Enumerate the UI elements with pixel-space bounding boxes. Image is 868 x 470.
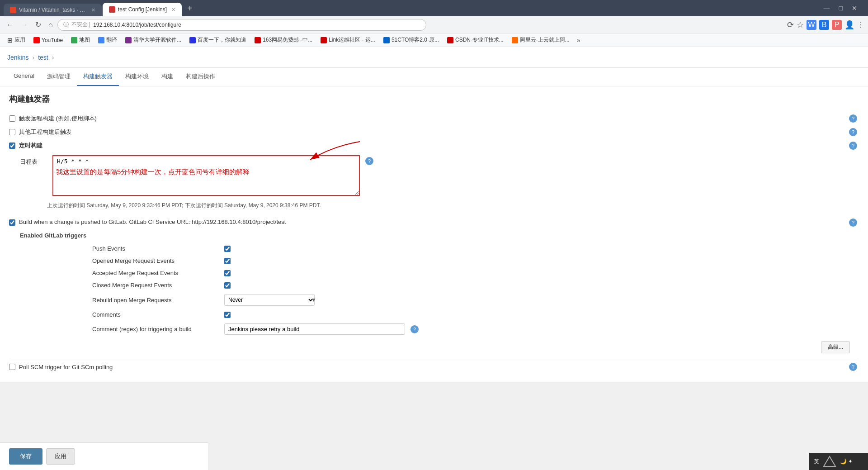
gitscm-row: Poll SCM trigger for Git SCm polling ? <box>9 359 859 375</box>
svg-marker-1 <box>824 456 835 466</box>
opened-mr-checkbox[interactable] <box>224 258 231 264</box>
triggers-section: 构建触发器 触发远程构建 (例如,使用脚本) ? 其他工程构建后触发 ? 定时构… <box>0 86 868 382</box>
gitlab-favicon <box>10 7 16 13</box>
extension2-icon[interactable]: B <box>819 20 829 30</box>
rebuild-mr-select[interactable]: Never Always On acceptance <box>224 294 315 306</box>
translate-icon[interactable]: ⟳ <box>787 20 794 30</box>
bookmark-163[interactable]: 163网易免费邮--中... <box>251 35 316 45</box>
annotation-arrow <box>297 137 387 173</box>
tab-source[interactable]: 源码管理 <box>41 68 77 86</box>
bookmark-apps[interactable]: ⊞ 应用 <box>4 35 29 45</box>
enabled-triggers-label: Enabled GitLab triggers <box>20 232 92 239</box>
extensions-icon[interactable]: W <box>807 20 816 30</box>
menu-icon[interactable]: ⋮ <box>857 20 864 29</box>
extension3-icon[interactable]: P <box>832 20 842 30</box>
jenkins-nav: Jenkins › test › <box>0 47 868 68</box>
jenkins-tab-label: test Config [Jenkins] <box>118 6 167 13</box>
comments-row: Comments <box>92 309 859 321</box>
browser-actions: ⟳ ☆ W B P 👤 ⋮ <box>787 20 864 30</box>
tab-triggers[interactable]: 构建触发器 <box>77 68 119 86</box>
push-events-row: Push Events <box>92 242 859 255</box>
new-tab-button[interactable]: + <box>183 4 197 13</box>
breadcrumb: Jenkins › test › <box>7 54 54 61</box>
close-tab-gitlab[interactable]: ✕ <box>91 7 95 13</box>
schedule-label: 日程表 <box>20 158 47 166</box>
bookmark-aliyun[interactable]: 阿里云-上云就上阿... <box>508 35 573 45</box>
bookmark-tsinghua[interactable]: 清华大学开源软件... <box>122 35 185 45</box>
closed-mr-checkbox[interactable] <box>224 282 231 289</box>
push-events-checkbox[interactable] <box>224 246 231 252</box>
comment-regex-label: Comment (regex) for triggering a build <box>92 326 219 332</box>
forward-button[interactable]: → <box>18 19 31 30</box>
breadcrumb-jenkins[interactable]: Jenkins <box>7 54 28 61</box>
rebuild-mr-row: Rebuild open Merge Requests Never Always… <box>92 291 859 309</box>
accepted-mr-row: Accepted Merge Request Events <box>92 267 859 279</box>
maximize-button[interactable]: □ <box>835 4 846 13</box>
bookmark-link[interactable]: Link运维社区 - 运... <box>317 35 379 45</box>
bookmark-51cto[interactable]: 51CTO博客2.0-原... <box>380 35 443 45</box>
accepted-mr-checkbox[interactable] <box>224 270 231 276</box>
bookmark-baidu[interactable]: 百度一下，你就知道 <box>186 35 250 45</box>
tab-env[interactable]: 构建环境 <box>119 68 155 86</box>
main-content: General 源码管理 构建触发器 构建环境 构建 构建后操作 构建触发器 触… <box>0 68 868 382</box>
close-button[interactable]: ✕ <box>848 4 861 13</box>
comments-checkbox[interactable] <box>224 312 231 318</box>
address-security: 不安全 | <box>71 21 90 28</box>
opened-mr-label: Opened Merge Request Events <box>92 257 219 264</box>
gitscm-help[interactable]: ? <box>849 363 857 371</box>
scheduled-help[interactable]: ? <box>849 142 857 150</box>
minimize-button[interactable]: — <box>820 4 834 13</box>
tab-jenkins[interactable]: test Config [Jenkins] ✕ <box>103 3 182 16</box>
rebuild-mr-label: Rebuild open Merge Requests <box>92 297 219 304</box>
save-button[interactable]: 保存 <box>9 448 42 465</box>
apply-button[interactable]: 应用 <box>46 448 75 465</box>
advanced-button[interactable]: 高级... <box>821 341 850 353</box>
tab-post[interactable]: 构建后操作 <box>179 68 222 86</box>
remote-trigger-help[interactable]: ? <box>849 114 857 123</box>
scheduled-label[interactable]: 定时构建 <box>19 142 42 150</box>
scheduled-checkbox[interactable] <box>9 142 15 149</box>
gitscm-checkbox[interactable] <box>9 364 15 370</box>
jenkins-favicon <box>109 6 115 13</box>
gitlab-build-checkbox[interactable] <box>9 219 15 226</box>
bookmark-icon[interactable]: ☆ <box>797 20 804 30</box>
gitlab-build-label[interactable]: Build when a change is pushed to GitLab.… <box>19 218 286 225</box>
remote-trigger-checkbox[interactable] <box>9 115 15 122</box>
gitlab-triggers-container: Enabled GitLab triggers Push Events Open… <box>9 230 859 337</box>
address-field-container[interactable]: ⓘ 不安全 | <box>57 19 426 31</box>
comment-regex-help[interactable]: ? <box>410 325 419 333</box>
home-button[interactable]: ⌂ <box>46 19 56 30</box>
profile-icon[interactable]: 👤 <box>844 20 854 30</box>
scheduled-row: 定时构建 ? <box>9 139 859 152</box>
other-project-label[interactable]: 其他工程构建后触发 <box>19 128 72 136</box>
gitscm-label[interactable]: Poll SCM trigger for Git SCm polling <box>19 364 113 370</box>
remote-trigger-label[interactable]: 触发远程构建 (例如,使用脚本) <box>19 114 97 123</box>
back-button[interactable]: ← <box>4 19 16 30</box>
tab-gitlab[interactable]: Vitamin / Vitamin_tasks · GitL... ✕ <box>4 4 102 16</box>
reload-button[interactable]: ↻ <box>33 19 44 30</box>
more-bookmarks[interactable]: » <box>574 36 583 45</box>
config-tabs: General 源码管理 构建触发器 构建环境 构建 构建后操作 <box>0 68 868 86</box>
bookmark-maps[interactable]: 地图 <box>67 35 94 45</box>
tab-build[interactable]: 构建 <box>155 68 179 86</box>
bookmark-csdn[interactable]: CSDN-专业IT技术... <box>443 35 507 45</box>
bookmark-translate[interactable]: 翻译 <box>94 35 121 45</box>
ime-symbols: 🌙 ✦ <box>840 458 853 465</box>
other-project-checkbox[interactable] <box>9 129 15 135</box>
other-project-row: 其他工程构建后触发 ? <box>9 125 859 139</box>
tab-general[interactable]: General <box>7 68 41 86</box>
tab-bar: Vitamin / Vitamin_tasks · GitL... ✕ test… <box>0 0 868 16</box>
gitlab-build-row: Build when a change is pushed to GitLab.… <box>9 215 859 230</box>
breadcrumb-test[interactable]: test <box>38 54 48 61</box>
address-bar: ← → ↻ ⌂ ⓘ 不安全 | ⟳ ☆ W B P 👤 ⋮ <box>0 16 868 33</box>
browser-chrome: Vitamin / Vitamin_tasks · GitL... ✕ test… <box>0 0 868 47</box>
enabled-triggers-header: Enabled GitLab triggers <box>20 230 859 241</box>
other-project-help[interactable]: ? <box>849 128 857 136</box>
address-input[interactable] <box>93 22 420 28</box>
gitlab-tab-label: Vitamin / Vitamin_tasks · GitL... <box>19 7 87 13</box>
closed-mr-label: Closed Merge Request Events <box>92 282 219 289</box>
close-tab-jenkins[interactable]: ✕ <box>171 7 175 13</box>
gitlab-build-help[interactable]: ? <box>849 218 857 227</box>
bookmark-youtube[interactable]: YouTube <box>30 36 66 44</box>
comment-regex-input[interactable] <box>224 323 405 335</box>
